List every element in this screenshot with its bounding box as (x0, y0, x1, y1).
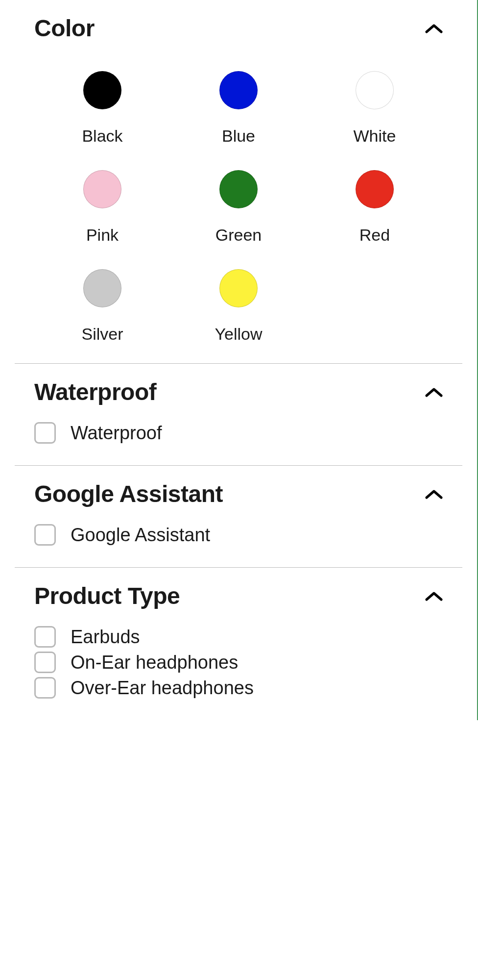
color-option-red[interactable]: Red (316, 170, 433, 245)
chevron-up-icon (425, 587, 443, 605)
checkbox-row-over-ear[interactable]: Over-Ear headphones (34, 675, 443, 701)
color-grid: Black Blue White Pink Green Red Silver (34, 71, 443, 344)
color-option-yellow[interactable]: Yellow (180, 269, 297, 344)
color-label: Blue (222, 126, 255, 146)
section-header-product-type[interactable]: Product Type (34, 582, 443, 609)
checkbox-label: Waterproof (71, 423, 162, 444)
section-header-google-assistant[interactable]: Google Assistant (34, 480, 443, 507)
checkbox-label: On-Ear headphones (71, 652, 238, 673)
color-swatch (356, 71, 394, 109)
filter-section-color: Color Black Blue White Pink Green Red (0, 0, 477, 363)
checkbox-label: Earbuds (71, 627, 140, 648)
color-label: Yellow (215, 325, 262, 344)
filter-section-product-type: Product Type Earbuds On-Ear headphones O… (0, 568, 477, 720)
checkbox-list-google-assistant: Google Assistant (34, 522, 443, 548)
checkbox-label: Google Assistant (71, 525, 210, 546)
section-title-google-assistant: Google Assistant (34, 480, 223, 507)
color-label: Silver (81, 325, 123, 344)
checkbox-list-product-type: Earbuds On-Ear headphones Over-Ear headp… (34, 624, 443, 701)
chevron-up-icon (425, 485, 443, 503)
checkbox-row-earbuds[interactable]: Earbuds (34, 624, 443, 650)
color-swatch (219, 71, 258, 109)
color-swatch (356, 170, 394, 208)
color-swatch (83, 71, 121, 109)
checkbox-input[interactable] (34, 524, 56, 546)
color-label: Red (359, 226, 390, 245)
section-header-waterproof[interactable]: Waterproof (34, 378, 443, 405)
color-option-white[interactable]: White (316, 71, 433, 146)
color-swatch (83, 170, 121, 208)
filter-section-waterproof: Waterproof Waterproof (0, 364, 477, 465)
checkbox-input[interactable] (34, 422, 56, 444)
checkbox-list-waterproof: Waterproof (34, 420, 443, 446)
checkbox-row-on-ear[interactable]: On-Ear headphones (34, 650, 443, 675)
color-label: Pink (86, 226, 119, 245)
color-option-green[interactable]: Green (180, 170, 297, 245)
checkbox-row-waterproof[interactable]: Waterproof (34, 420, 443, 446)
filter-section-google-assistant: Google Assistant Google Assistant (0, 466, 477, 567)
color-swatch (219, 170, 258, 208)
chevron-up-icon (425, 20, 443, 37)
checkbox-input[interactable] (34, 626, 56, 648)
section-title-product-type: Product Type (34, 582, 180, 609)
color-swatch (83, 269, 121, 307)
chevron-up-icon (425, 383, 443, 401)
color-option-pink[interactable]: Pink (44, 170, 161, 245)
checkbox-row-google-assistant[interactable]: Google Assistant (34, 522, 443, 548)
section-title-color: Color (34, 15, 95, 42)
checkbox-input[interactable] (34, 652, 56, 673)
color-option-blue[interactable]: Blue (180, 71, 297, 146)
checkbox-input[interactable] (34, 677, 56, 699)
color-option-black[interactable]: Black (44, 71, 161, 146)
color-label: White (354, 126, 396, 146)
section-header-color[interactable]: Color (34, 15, 443, 42)
section-title-waterproof: Waterproof (34, 378, 156, 405)
checkbox-label: Over-Ear headphones (71, 678, 254, 699)
color-option-silver[interactable]: Silver (44, 269, 161, 344)
color-label: Black (82, 126, 122, 146)
color-swatch (219, 269, 258, 307)
color-label: Green (215, 226, 262, 245)
